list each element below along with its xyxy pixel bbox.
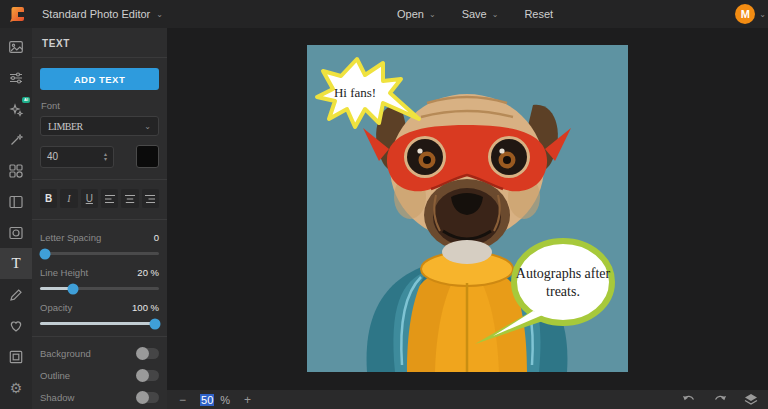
outline-label: Outline	[40, 370, 70, 381]
undo-button[interactable]	[682, 394, 696, 405]
layers-icon	[744, 393, 758, 406]
zoom-value: 50	[200, 394, 214, 406]
ai-badge: AI	[22, 97, 30, 103]
italic-button[interactable]: I	[60, 189, 77, 208]
text-tool-icon: T	[11, 255, 20, 272]
rail-item-adjustments[interactable]	[0, 63, 32, 94]
save-menu[interactable]: Save ⌄	[462, 8, 499, 20]
zoom-in-button[interactable]: +	[244, 393, 251, 407]
tool-rail: AI T	[0, 28, 32, 409]
slider-thumb[interactable]	[39, 248, 50, 259]
heart-icon	[8, 318, 24, 334]
opacity-label: Opacity	[40, 302, 72, 313]
font-size-value: 40	[47, 151, 58, 162]
shadow-toggle-row: Shadow	[40, 392, 159, 403]
rail-item-photo[interactable]	[0, 32, 32, 63]
shadow-toggle[interactable]	[137, 392, 159, 403]
outline-toggle-row: Outline	[40, 370, 159, 381]
photo-icon	[8, 39, 24, 55]
canvas-image[interactable]: Hi fans! Autographs after treats.	[307, 45, 628, 372]
chevron-down-icon: ⌄	[759, 10, 766, 19]
letter-spacing-control: Letter Spacing 0	[40, 232, 159, 255]
adjustments-icon	[8, 70, 24, 86]
redo-button[interactable]	[713, 394, 727, 405]
letter-spacing-label: Letter Spacing	[40, 232, 101, 243]
font-label: Font	[41, 100, 159, 111]
avatar[interactable]: M	[735, 4, 755, 24]
bold-button[interactable]: B	[40, 189, 57, 208]
photo-editor-app: Standard Photo Editor ⌄ Open ⌄ Save ⌄ Re…	[0, 0, 768, 409]
rail-item-draw[interactable]	[0, 279, 32, 310]
align-left-button[interactable]	[101, 189, 118, 208]
align-center-button[interactable]	[121, 189, 138, 208]
slider-thumb[interactable]	[150, 318, 161, 329]
size-stepper[interactable]: ▴▾	[104, 152, 107, 162]
project-title[interactable]: Standard Photo Editor ⌄	[42, 8, 163, 20]
canvas-area: Hi fans! Autographs after treats.	[167, 28, 768, 390]
rail-item-retouch[interactable]	[0, 125, 32, 156]
shadow-label: Shadow	[40, 392, 74, 403]
layout-icon	[8, 194, 24, 210]
rail-item-layout[interactable]	[0, 187, 32, 218]
open-label: Open	[397, 8, 424, 20]
chevron-down-icon: ⌄	[156, 10, 163, 19]
background-toggle[interactable]	[137, 348, 159, 359]
undo-icon	[682, 394, 696, 405]
status-bar: − 50 % +	[167, 390, 768, 409]
font-size-input[interactable]: 40 ▴▾	[40, 146, 114, 168]
project-title-label: Standard Photo Editor	[42, 8, 150, 20]
frame-icon	[8, 349, 24, 365]
rail-item-frames[interactable]	[0, 341, 32, 372]
redo-icon	[713, 394, 727, 405]
text-panel: TEXT ADD TEXT Font LIMBER ⌄ 40 ▴▾ B I U	[32, 28, 167, 409]
outline-toggle[interactable]	[137, 370, 159, 381]
open-menu[interactable]: Open ⌄	[397, 8, 436, 20]
text-color-swatch[interactable]	[136, 145, 159, 168]
rail-item-elements[interactable]	[0, 156, 32, 187]
zoom-out-button[interactable]: −	[179, 393, 186, 407]
line-height-value: 20 %	[137, 267, 159, 278]
gear-icon: ⚙	[10, 380, 23, 396]
pencil-icon	[8, 287, 24, 303]
rail-item-effects[interactable]: AI	[0, 94, 32, 125]
chevron-down-icon: ⌄	[144, 122, 151, 131]
chevron-down-icon: ⌄	[429, 10, 436, 19]
save-label: Save	[462, 8, 487, 20]
background-toggle-row: Background	[40, 348, 159, 359]
font-value: LIMBER	[48, 121, 83, 132]
opacity-value: 100 %	[132, 302, 159, 313]
rail-item-overlays[interactable]	[0, 218, 32, 249]
reset-button[interactable]: Reset	[524, 8, 553, 20]
app-logo-icon[interactable]	[9, 6, 25, 22]
bubble-oval-line1: Autographs after	[516, 266, 611, 281]
text-style-row: B I U	[40, 189, 159, 208]
divider	[32, 179, 167, 180]
line-height-control: Line Height 20 %	[40, 267, 159, 290]
align-right-button[interactable]	[142, 189, 159, 208]
align-right-icon	[144, 194, 156, 204]
panel-title: TEXT	[32, 28, 167, 58]
zoom-unit: %	[220, 394, 230, 406]
top-bar: Standard Photo Editor ⌄ Open ⌄ Save ⌄ Re…	[0, 0, 768, 28]
elements-grid-icon	[8, 163, 24, 179]
top-menu: Open ⌄ Save ⌄ Reset	[397, 8, 553, 20]
chevron-down-icon: ⌄	[492, 10, 499, 19]
rail-item-text[interactable]: T	[0, 248, 32, 279]
account-menu[interactable]: M ⌄	[735, 4, 766, 24]
letter-spacing-value: 0	[154, 232, 159, 243]
bubble-star-text: Hi fans!	[334, 85, 376, 100]
align-center-icon	[124, 194, 136, 204]
magic-wand-icon	[8, 132, 24, 148]
slider-thumb[interactable]	[68, 283, 79, 294]
opacity-slider[interactable]	[40, 322, 159, 325]
underline-button[interactable]: U	[81, 189, 98, 208]
line-height-label: Line Height	[40, 267, 88, 278]
letter-spacing-slider[interactable]	[40, 252, 159, 255]
rail-item-favorites[interactable]	[0, 310, 32, 341]
layers-button[interactable]	[744, 393, 758, 406]
rail-item-settings[interactable]: ⚙	[0, 372, 32, 403]
font-select[interactable]: LIMBER ⌄	[40, 116, 159, 136]
add-text-button[interactable]: ADD TEXT	[40, 68, 159, 90]
line-height-slider[interactable]	[40, 287, 159, 290]
zoom-level-input[interactable]: 50 %	[200, 394, 230, 406]
